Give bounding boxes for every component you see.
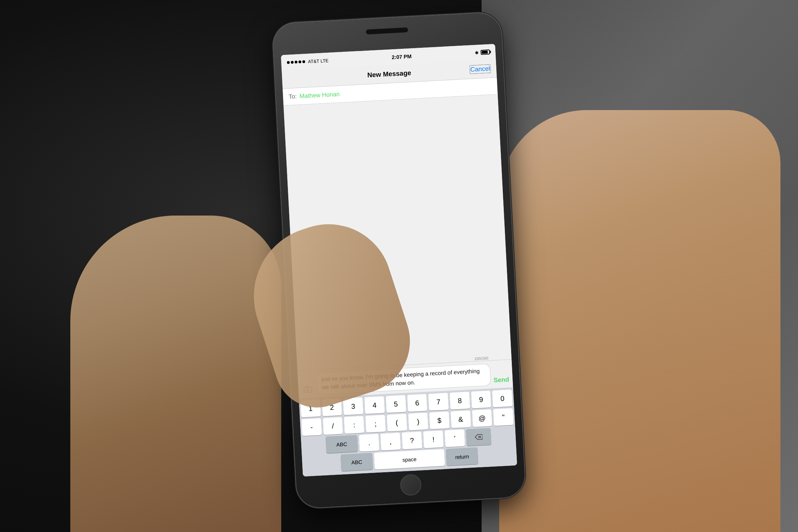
key-dollar[interactable]: $ (429, 411, 450, 429)
key-question[interactable]: ? (402, 431, 422, 449)
signal-dots (287, 60, 305, 64)
key-at[interactable]: @ (472, 409, 492, 427)
key-slash[interactable]: / (323, 417, 343, 435)
key-0[interactable]: 0 (492, 390, 513, 408)
home-button[interactable] (400, 474, 422, 496)
to-label: To: (289, 93, 297, 100)
key-space[interactable]: space (374, 449, 445, 469)
status-right: ✱ (475, 49, 490, 55)
key-abc-bottom[interactable]: ABC (341, 453, 373, 472)
to-recipient: Mathew Honan (299, 91, 340, 100)
signal-dot-1 (287, 61, 290, 64)
key-quote[interactable]: " (493, 408, 514, 426)
hand-left (70, 216, 281, 532)
bluetooth-icon: ✱ (475, 50, 479, 56)
key-open-paren[interactable]: ( (387, 414, 407, 432)
key-close-paren[interactable]: ) (408, 412, 428, 430)
key-8[interactable]: 8 (450, 392, 470, 410)
key-period[interactable]: . (359, 434, 379, 452)
phone: AT&T LTE 2:07 PM ✱ New Message Cancel (272, 12, 526, 508)
key-ampersand[interactable]: & (451, 410, 471, 428)
send-button[interactable]: Send (494, 376, 509, 385)
signal-dot-4 (298, 60, 301, 63)
carrier-text: AT&T LTE (308, 58, 329, 64)
battery-fill (482, 51, 488, 54)
key-colon[interactable]: : (344, 416, 365, 434)
key-6[interactable]: 6 (407, 394, 427, 412)
speaker (366, 27, 408, 34)
status-left: AT&T LTE (287, 58, 329, 65)
key-abc[interactable]: ABC (326, 435, 358, 454)
signal-dot-2 (291, 61, 294, 64)
nav-title: New Message (367, 69, 411, 79)
key-return[interactable]: return (446, 447, 478, 466)
status-time: 2:07 PM (392, 53, 412, 60)
key-apostrophe[interactable]: ' (445, 429, 465, 447)
key-9[interactable]: 9 (471, 391, 491, 409)
signal-dot-5 (302, 60, 305, 63)
key-dash[interactable]: - (301, 418, 322, 436)
key-comma[interactable]: , (380, 433, 401, 451)
signal-dot-3 (295, 60, 297, 63)
key-4[interactable]: 4 (364, 396, 385, 414)
battery (481, 50, 490, 55)
cancel-button[interactable]: Cancel (469, 64, 491, 74)
hand-right (499, 110, 780, 532)
key-delete[interactable] (466, 428, 491, 446)
key-7[interactable]: 7 (428, 393, 449, 411)
key-semicolon[interactable]: ; (365, 415, 386, 433)
char-count: 100/160 (474, 356, 488, 361)
key-exclaim[interactable]: ! (423, 430, 444, 448)
key-5[interactable]: 5 (386, 395, 406, 413)
